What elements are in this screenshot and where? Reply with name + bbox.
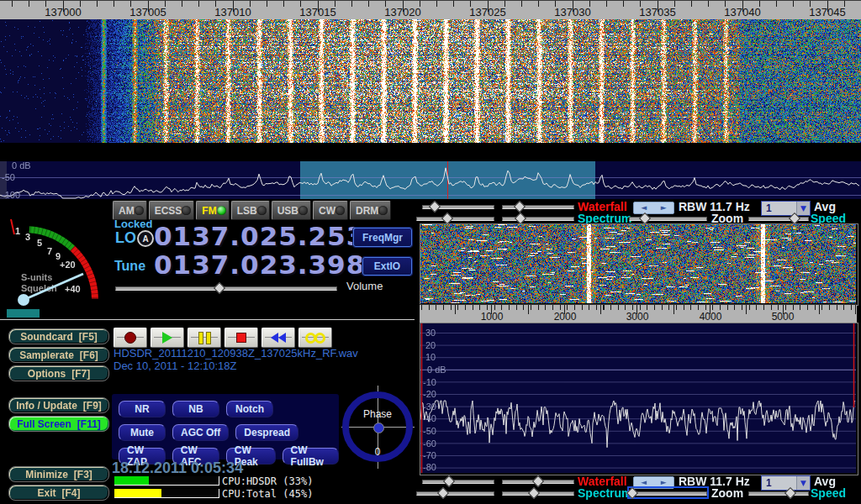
spectrum-gain-slider-2[interactable] <box>416 488 494 497</box>
extio-button[interactable]: ExtIO <box>362 257 412 276</box>
record-button[interactable] <box>114 328 147 348</box>
lo-auto-badge[interactable]: A <box>137 230 154 247</box>
slider-thumb[interactable] <box>515 213 526 224</box>
agc-off-button[interactable]: AGC Off <box>172 424 229 441</box>
mode-button-ecss[interactable]: ECSS <box>149 201 195 220</box>
volume-slider[interactable] <box>115 283 337 292</box>
mode-button-lsb[interactable]: LSB <box>231 201 270 220</box>
spin-left-icon[interactable]: ◄ <box>641 204 647 212</box>
audio-waterfall-display[interactable] <box>420 224 856 303</box>
nr-button[interactable]: NR <box>119 401 166 417</box>
zoom-label-2: Zoom <box>711 488 743 499</box>
contrast-slider-2[interactable] <box>422 476 494 486</box>
main-waterfall-display[interactable] <box>0 0 861 143</box>
slider-thumb[interactable] <box>789 213 800 224</box>
fullscreen-button[interactable]: Full Screen[F11] <box>8 416 109 432</box>
locked-label: Locked <box>114 218 153 230</box>
pause-button[interactable] <box>188 328 221 348</box>
speed-slider-2[interactable] <box>748 488 809 497</box>
lo-frequency-display[interactable]: 0137.025.253 <box>154 223 365 249</box>
speed-slider[interactable] <box>748 213 809 223</box>
play-button[interactable] <box>151 328 184 348</box>
slider-thumb[interactable] <box>514 201 526 213</box>
audio-frequency-scale[interactable]: 1000 2000 3000 4000 5000 <box>420 304 857 323</box>
audio-waterfall-frame <box>420 223 858 306</box>
freq-tick-label: 3000 <box>626 311 649 323</box>
db-label: -80 <box>423 462 436 472</box>
loop-button[interactable] <box>298 328 332 348</box>
play-icon <box>162 332 172 344</box>
mode-button-usb[interactable]: USB <box>272 201 311 220</box>
slider-thumb[interactable] <box>639 213 651 224</box>
spectrum-label-2[interactable]: Spectrum <box>578 488 632 499</box>
audio-spectrum-display[interactable] <box>420 323 856 473</box>
main-frequency-scale[interactable]: 137000 137005 137010 137015 137020 13702… <box>0 0 861 19</box>
tune-frequency-display[interactable]: 0137.023.398 <box>154 252 365 278</box>
tune-label: Tune <box>114 259 145 274</box>
slider-thumb[interactable] <box>532 475 544 487</box>
cpu-hdsdr-fill <box>114 476 149 485</box>
cpu-total-bar <box>114 489 219 498</box>
spin-right-icon[interactable]: ► <box>661 479 667 486</box>
local-datetime: 18.12.2011 0:05:34 <box>112 459 243 477</box>
db-label: 20 <box>425 340 436 350</box>
mode-led <box>257 206 267 215</box>
volume-label: Volume <box>346 280 383 292</box>
options-button[interactable]: Options[F7] <box>8 365 109 381</box>
freq-tick-label: 137010 <box>214 6 251 18</box>
freq-tick-label: 137020 <box>384 6 420 18</box>
volume-slider-thumb[interactable] <box>214 282 225 294</box>
db-label: 10 <box>425 352 436 362</box>
samplerate-button[interactable]: Samplerate[F6] <box>8 347 109 363</box>
spectrum-offset-slider[interactable] <box>502 213 574 223</box>
despread-button[interactable]: Despread <box>235 424 298 441</box>
mode-button-row: AM ECSS FM LSB USB CW DRM <box>113 201 390 220</box>
exit-button[interactable]: Exit[F4] <box>8 485 109 501</box>
db-label: 0 dB <box>12 160 31 171</box>
main-spectrum-display[interactable] <box>0 161 861 199</box>
zoom-slider[interactable] <box>629 213 707 223</box>
mode-button-drm[interactable]: DRM <box>350 201 391 220</box>
db-label: 30 <box>425 328 436 338</box>
rbw-spinner[interactable]: ◄ ► <box>633 202 674 214</box>
db-label: -50 <box>2 172 15 182</box>
squelch-indicator[interactable] <box>7 309 40 318</box>
slider-thumb[interactable] <box>437 487 449 499</box>
mute-button[interactable]: Mute <box>119 424 166 441</box>
slider-thumb[interactable] <box>784 487 796 499</box>
notch-button[interactable]: Notch <box>226 401 273 417</box>
spin-right-icon[interactable]: ► <box>661 204 667 212</box>
mode-led <box>135 206 144 215</box>
slider-thumb[interactable] <box>443 475 455 487</box>
soundcard-button[interactable]: Soundcard[F5] <box>8 328 109 344</box>
spectrum-offset-slider-2[interactable] <box>502 488 574 497</box>
mode-button-fm[interactable]: FM <box>196 201 229 220</box>
freq-tick-label: 137040 <box>724 6 760 18</box>
db-label: -100 <box>2 190 20 200</box>
zoom-slider-2[interactable] <box>629 488 707 497</box>
contrast-slider[interactable] <box>422 202 494 211</box>
slider-thumb[interactable] <box>441 213 453 224</box>
brightness-slider-2[interactable] <box>502 476 574 486</box>
cpu-hdsdr-label: CPU:HDSDR (33%) <box>222 475 313 487</box>
stop-button[interactable] <box>224 328 258 348</box>
nb-button[interactable]: NB <box>172 401 219 417</box>
minimize-button[interactable]: Minimize[F3] <box>8 466 109 482</box>
mode-button-cw[interactable]: CW <box>313 201 348 220</box>
rbw-spinner-2[interactable]: ◄ ► <box>633 476 674 489</box>
dsp-panel: NR NB Notch Mute AGC Off Despread CW ZAP… <box>112 394 339 459</box>
audio-spectrum-frame <box>420 323 858 475</box>
recording-filename: HDSDR_20111210_120938Z_137025kHz_RF.wav <box>114 347 358 360</box>
info-update-button[interactable]: Info / Update[F9] <box>8 397 109 413</box>
brightness-slider[interactable] <box>502 202 574 211</box>
rewind-button[interactable] <box>261 328 295 348</box>
slider-thumb[interactable] <box>528 487 540 499</box>
freq-tick-label: 137025 <box>469 6 505 18</box>
mode-led-active <box>217 206 226 215</box>
freqmgr-button[interactable]: FreqMgr <box>353 228 412 247</box>
slider-thumb[interactable] <box>429 201 441 213</box>
spectrum-gain-slider[interactable] <box>416 213 494 223</box>
spin-left-icon[interactable]: ◄ <box>641 479 647 486</box>
phase-label: Phase <box>363 408 392 420</box>
cw-fullbw-button[interactable]: CW FullBw <box>283 448 339 465</box>
